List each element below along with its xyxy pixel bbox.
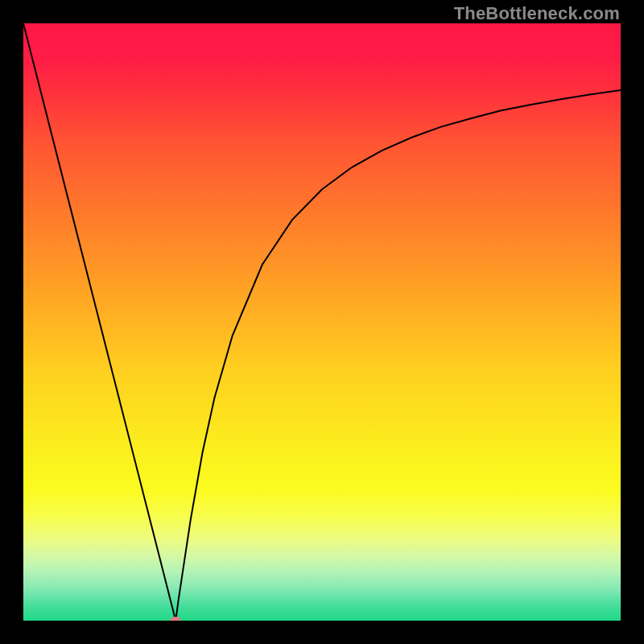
figure-root: TheBottleneck.com xyxy=(0,0,644,644)
attribution-watermark: TheBottleneck.com xyxy=(454,3,620,24)
chart-svg xyxy=(23,23,621,621)
plot-area xyxy=(23,23,621,621)
gradient-background xyxy=(23,23,621,621)
